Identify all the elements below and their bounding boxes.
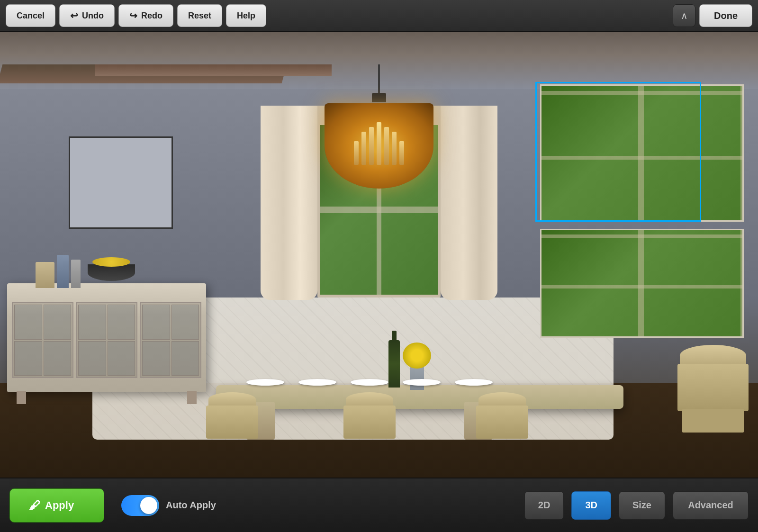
chair-front-right [474,392,531,449]
plate-4 [403,379,441,386]
book-2 [57,255,69,288]
curtain-right [441,106,497,300]
book-1 [36,262,54,288]
chair-front-center [341,392,398,449]
view-3d-button[interactable]: 3D [571,491,611,520]
sideboard-doors [12,302,201,378]
auto-apply-toggle[interactable] [121,495,159,516]
undo-icon: ↩ [70,10,78,21]
sideboard-door-3 [140,302,201,378]
view-2d-button[interactable]: 2D [524,491,564,520]
collapse-button[interactable]: ∧ [673,4,695,27]
chandelier [325,64,433,189]
chandelier-chain [378,64,380,93]
paintbrush-icon: 🖌 [29,499,40,512]
sideboard-door-1 [12,302,73,378]
chair-far-right [677,345,749,430]
sideboard-furniture [7,283,206,392]
reset-button[interactable]: Reset [177,4,222,27]
bottom-toolbar: 🖌 Apply Auto Apply 2D 3D Size Advanced [0,478,758,532]
wall-art-frame [69,136,173,229]
advanced-button[interactable]: Advanced [673,491,749,520]
toggle-knob [140,497,157,514]
undo-button[interactable]: ↩ Undo [59,4,115,27]
sideboard-door-2 [76,302,137,378]
window-upper-right [540,84,744,222]
sideboard-leg-1 [17,391,26,404]
plate-3 [351,379,388,386]
cancel-button[interactable]: Cancel [6,4,55,27]
chair-front-left [204,392,261,449]
size-button[interactable]: Size [619,491,665,520]
sideboard-decor [36,255,81,288]
plate-2 [298,379,336,386]
chevron-up-icon: ∧ [681,10,688,21]
plate-1 [246,379,284,386]
fruit-bowl [88,264,135,281]
auto-apply-label: Auto Apply [166,500,216,511]
curtain-left [261,106,317,300]
redo-button[interactable]: ↪ Redo [118,4,173,27]
scene-viewport[interactable] [0,32,758,478]
help-button[interactable]: Help [226,4,266,27]
window-lower-right [540,229,744,338]
fruit [92,257,130,267]
redo-icon: ↪ [129,10,137,21]
done-button[interactable]: Done [699,4,752,27]
apply-button[interactable]: 🖌 Apply [9,488,104,523]
apply-label: Apply [45,499,74,512]
sideboard-leg-2 [187,391,197,404]
plate-5 [455,379,493,386]
wine-bottle [388,340,400,388]
book-3 [71,260,81,288]
top-toolbar: Cancel ↩ Undo ↪ Redo Reset Help ∧ Done [0,0,758,32]
chandelier-body [325,103,433,189]
chandelier-crystals [354,122,404,170]
ceiling-beam-2 [95,64,332,76]
chandelier-mount [372,93,386,102]
auto-apply-section: Auto Apply [121,495,216,516]
